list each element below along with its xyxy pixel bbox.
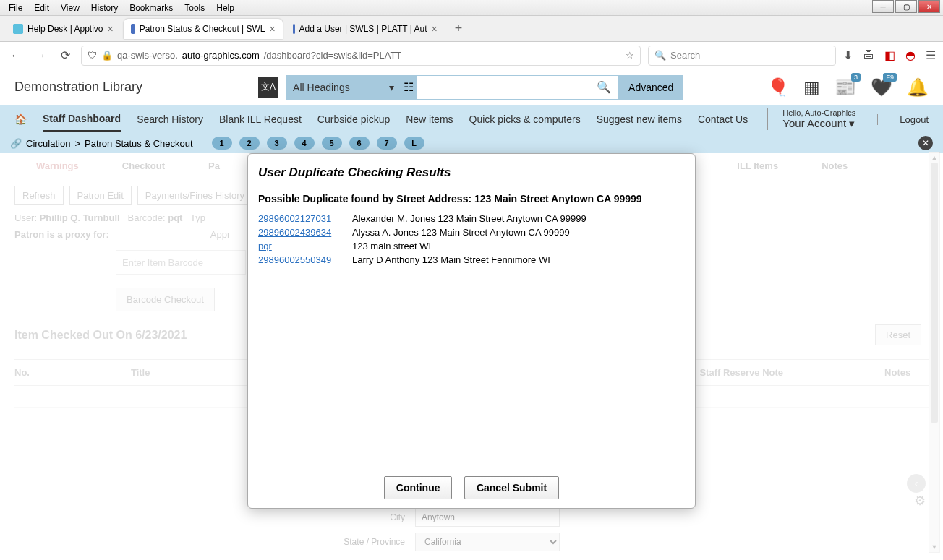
menu-edit[interactable]: Edit <box>28 1 55 14</box>
close-all-icon[interactable]: ✕ <box>918 136 933 150</box>
patron-desc: Larry D Anthony 123 Main Street Fennimor… <box>352 254 550 265</box>
heart-icon[interactable]: 🖤F9 <box>871 77 892 98</box>
tab-title: Patron Status & Checkout | SWL <box>140 24 265 34</box>
nav-blank-ill[interactable]: Blank ILL Request <box>219 113 302 125</box>
crumb-root[interactable]: Circulation <box>26 138 70 149</box>
close-icon[interactable]: × <box>108 23 114 35</box>
session-pill-7[interactable]: 7 <box>377 137 397 150</box>
url-path: /dashboard?cid=swls&lid=PLATT <box>264 50 402 61</box>
url-input[interactable]: 🛡 🔒 qa-swls-verso.auto-graphics.com/dash… <box>81 46 641 66</box>
headings-dropdown[interactable]: All Headings ▾ <box>286 75 401 100</box>
new-tab-button[interactable]: + <box>448 21 470 36</box>
session-pill-4[interactable]: 4 <box>294 137 315 150</box>
language-icon[interactable]: 文A <box>258 77 278 98</box>
main-search-input[interactable] <box>416 75 589 100</box>
main-nav: 🏠 Staff Dashboard Search History Blank I… <box>0 105 943 133</box>
home-icon[interactable]: 🏠 <box>14 113 27 125</box>
close-icon[interactable]: × <box>270 23 276 35</box>
browser-search[interactable]: 🔍 Search <box>648 46 836 66</box>
bell-icon[interactable]: 🔔 <box>907 77 929 98</box>
duplicate-row: pqr 123 main street WI <box>258 239 685 253</box>
search-icon: 🔍 <box>654 50 666 61</box>
duplicate-row: 29896002439634 Alyssa A. Jones 123 Main … <box>258 225 685 239</box>
nav-right: Hello, Auto-Graphics Your Account ▾ Logo… <box>767 108 929 130</box>
session-pill-5[interactable]: 5 <box>322 137 342 150</box>
breadcrumb: 🔗 Circulation > Patron Status & Checkout… <box>0 133 943 153</box>
menu-tools[interactable]: Tools <box>179 1 210 14</box>
account-label: Your Account <box>782 117 846 129</box>
menu-history[interactable]: History <box>85 1 124 14</box>
advanced-button[interactable]: Advanced <box>618 75 683 100</box>
extension-icon[interactable]: ◧ <box>884 48 895 62</box>
chevron-down-icon: ▾ <box>389 82 394 93</box>
patron-link[interactable]: 29896002550349 <box>258 254 338 265</box>
search-controls: 文A All Headings ▾ ☷ 🔍 Advanced <box>258 75 683 100</box>
patron-link[interactable]: pqr <box>258 241 338 251</box>
nav-curbside[interactable]: Curbside pickup <box>317 113 390 125</box>
url-prefix: qa-swls-verso. <box>117 50 178 61</box>
nav-staff-dashboard[interactable]: Staff Dashboard <box>43 113 121 132</box>
duplicate-row: 29896002127031 Alexander M. Jones 123 Ma… <box>258 212 685 225</box>
duplicate-check-modal: User Duplicate Checking Results Possible… <box>247 153 696 509</box>
back-button[interactable]: ← <box>7 47 25 64</box>
cancel-submit-button[interactable]: Cancel Submit <box>464 476 559 499</box>
window-minimize[interactable]: ─ <box>872 0 894 13</box>
menu-file[interactable]: File <box>3 1 28 14</box>
patron-desc: 123 main street WI <box>352 241 431 251</box>
session-pill-6[interactable]: 6 <box>349 137 370 150</box>
library-header: Demonstration Library 文A All Headings ▾ … <box>0 69 943 105</box>
close-icon[interactable]: × <box>432 23 438 35</box>
news-icon[interactable]: 📰3 <box>835 77 856 98</box>
browser-tab-1[interactable]: Patron Status & Checkout | SWL × <box>124 19 283 39</box>
pocket-icon[interactable]: ◓ <box>905 48 916 62</box>
session-pill-3[interactable]: 3 <box>267 137 287 150</box>
nav-new-items[interactable]: New items <box>406 113 453 125</box>
tab-title: Help Desk | Apptivo <box>27 24 103 34</box>
print-icon[interactable]: 🖶 <box>863 48 874 62</box>
download-icon[interactable]: ⬇ <box>843 48 853 62</box>
menu-view[interactable]: View <box>55 1 85 14</box>
session-pill-1[interactable]: 1 <box>212 137 232 150</box>
chevron-down-icon: ▾ <box>849 117 855 129</box>
nav-suggest[interactable]: Suggest new items <box>597 113 682 125</box>
dropdown-label: All Headings <box>293 82 350 93</box>
modal-title: User Duplicate Checking Results <box>258 165 685 180</box>
url-bar: ← → ⟳ 🛡 🔒 qa-swls-verso.auto-graphics.co… <box>0 42 943 69</box>
browser-tab-0[interactable]: Help Desk | Apptivo × <box>6 19 121 39</box>
account-menu[interactable]: Hello, Auto-Graphics Your Account ▾ <box>767 108 855 130</box>
badge: 3 <box>851 73 861 82</box>
menu-help[interactable]: Help <box>210 1 240 14</box>
nav-quick-picks[interactable]: Quick picks & computers <box>469 113 581 125</box>
search-button[interactable]: 🔍 <box>589 75 618 100</box>
patron-desc: Alyssa A. Jones 123 Main Street Anytown … <box>352 227 570 238</box>
patron-link[interactable]: 29896002439634 <box>258 227 338 238</box>
logout-link[interactable]: Logout <box>877 114 929 125</box>
balloon-icon[interactable]: 🎈 <box>767 77 789 98</box>
continue-button[interactable]: Continue <box>384 476 453 499</box>
session-pill-2[interactable]: 2 <box>239 137 260 150</box>
favicon-icon <box>13 24 23 34</box>
nav-contact[interactable]: Contact Us <box>698 113 748 125</box>
browser-tab-2[interactable]: Add a User | SWLS | PLATT | Aut × <box>286 19 445 39</box>
session-pill-l[interactable]: L <box>404 137 424 150</box>
nav-search-history[interactable]: Search History <box>137 113 203 125</box>
database-icon[interactable]: ☷ <box>401 75 416 100</box>
favicon-icon <box>293 24 295 34</box>
crumb-current: Patron Status & Checkout <box>85 138 193 149</box>
patron-link[interactable]: 29896002127031 <box>258 213 338 224</box>
library-title: Demonstration Library <box>14 79 142 95</box>
header-right: 🎈 ▦ 📰3 🖤F9 🔔 <box>767 77 929 98</box>
reload-button[interactable]: ⟳ <box>56 47 74 64</box>
lock-icon: 🔒 <box>101 50 113 61</box>
shield-icon: 🛡 <box>88 50 97 61</box>
url-domain: auto-graphics.com <box>182 50 260 61</box>
star-icon[interactable]: ☆ <box>626 50 634 61</box>
scanner-icon[interactable]: ▦ <box>803 77 820 98</box>
menu-bookmarks[interactable]: Bookmarks <box>124 1 179 14</box>
window-maximize[interactable]: ▢ <box>895 0 917 13</box>
window-close[interactable]: ✕ <box>918 0 940 13</box>
content-area: Warnings Checkout Pa old(0) ILL Items No… <box>0 153 943 560</box>
forward-button[interactable]: → <box>32 47 49 64</box>
hamburger-icon[interactable]: ☰ <box>926 48 936 62</box>
hello-text: Hello, Auto-Graphics <box>782 108 855 117</box>
